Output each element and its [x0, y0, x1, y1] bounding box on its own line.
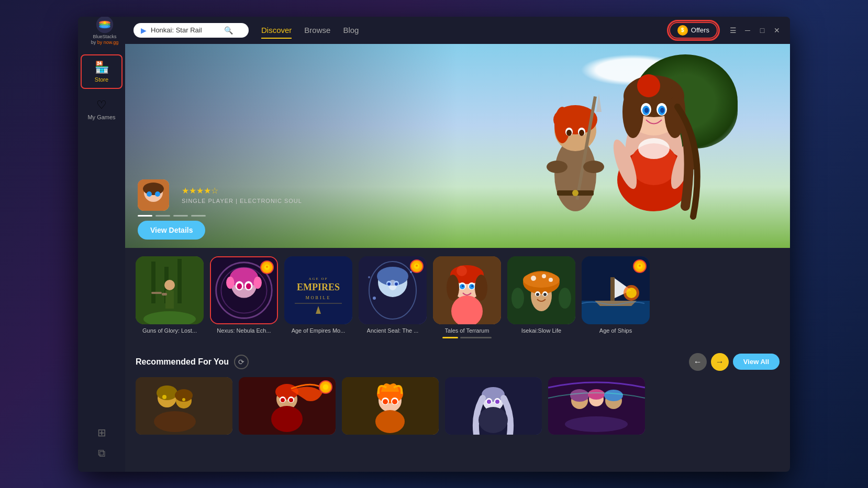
- svg-point-128: [162, 395, 166, 399]
- rec-game-card-2[interactable]: [239, 377, 336, 435]
- layers-icon[interactable]: ⊞: [97, 426, 106, 439]
- age-of-ships-badge: [633, 259, 647, 273]
- title-bar-right: $ Offers ☰ ─ □ ✕: [669, 22, 782, 39]
- next-arrow-button[interactable]: →: [711, 353, 729, 371]
- svg-point-7: [103, 21, 106, 24]
- svg-point-161: [604, 390, 623, 401]
- game-card-nexus[interactable]: Nexus: Nebula Ech...: [210, 256, 278, 338]
- section-title: Recommended For You: [136, 357, 229, 367]
- svg-point-35: [547, 161, 567, 173]
- search-icon[interactable]: 🔍: [224, 26, 233, 35]
- game-card-age-of-ships[interactable]: Age of Ships: [582, 256, 650, 338]
- hero-dot-3[interactable]: [173, 215, 188, 217]
- svg-point-42: [147, 191, 152, 197]
- tab-blog[interactable]: Blog: [343, 24, 359, 37]
- hero-dot-4[interactable]: [191, 215, 206, 217]
- svg-point-153: [495, 400, 499, 404]
- rec-game-card-5[interactable]: [548, 377, 645, 435]
- svg-point-15: [637, 74, 660, 97]
- sidebar-item-store-label: Store: [95, 76, 108, 83]
- svg-point-104: [531, 276, 536, 281]
- sidebar-item-my-games-label: My Games: [87, 114, 115, 120]
- nav-tabs: Discover Browse Blog: [261, 24, 669, 37]
- app-window: BlueStacks by by now.gg ▶ 🔍 Discover Bro…: [78, 17, 790, 472]
- hero-content: ★★★★☆ SINGLE PLAYER | ELECTRONIC SOUL: [138, 179, 302, 217]
- svg-point-145: [392, 399, 397, 404]
- svg-point-90: [457, 266, 467, 276]
- minimize-button[interactable]: ─: [743, 26, 752, 35]
- hero-game-thumbnail: [138, 179, 169, 211]
- heart-icon: ♡: [96, 98, 107, 112]
- view-all-button[interactable]: View All: [733, 354, 780, 370]
- svg-point-36: [583, 161, 604, 173]
- game-name-nexus: Nexus: Nebula Ech...: [217, 327, 271, 334]
- svg-point-152: [487, 400, 491, 404]
- svg-point-109: [536, 293, 539, 296]
- svg-point-103: [523, 272, 560, 288]
- svg-point-157: [570, 389, 589, 402]
- tab-browse[interactable]: Browse: [304, 24, 330, 37]
- svg-point-24: [638, 138, 670, 159]
- svg-point-105: [542, 274, 546, 278]
- logo-area: BlueStacks by by now.gg: [86, 17, 123, 46]
- game-thumb-age-of-empires: AGE OF EMPIRES MOBILE: [284, 256, 352, 324]
- logo-text: BlueStacks by by now.gg: [91, 34, 119, 46]
- svg-point-110: [543, 293, 547, 296]
- svg-point-61: [237, 283, 242, 289]
- search-bar[interactable]: ▶ 🔍: [133, 23, 249, 38]
- svg-point-38: [572, 190, 578, 196]
- sidebar-item-my-games[interactable]: ♡ My Games: [81, 93, 123, 126]
- view-details-button[interactable]: View Details: [138, 221, 205, 240]
- search-input[interactable]: [151, 26, 224, 34]
- sidebar-bottom: ⊞ ⧉: [97, 426, 106, 472]
- hero-tags: SINGLE PLAYER | ELECTRONIC SOUL: [182, 198, 302, 204]
- active-indicator: [433, 337, 501, 338]
- svg-point-21: [660, 108, 664, 113]
- sidebar-item-store[interactable]: 🏪 Store: [81, 54, 123, 89]
- game-card-tales-terrarum[interactable]: Tales of Terrarum: [433, 256, 501, 338]
- hero-dot-2[interactable]: [155, 215, 170, 217]
- svg-point-138: [323, 384, 328, 390]
- rec-game-card-1[interactable]: [136, 377, 232, 435]
- menu-button[interactable]: ☰: [728, 26, 738, 35]
- svg-point-137: [271, 406, 303, 432]
- offers-button[interactable]: $ Offers: [669, 22, 718, 39]
- svg-text:EMPIRES: EMPIRES: [297, 282, 340, 292]
- refresh-button[interactable]: ⟳: [234, 355, 249, 369]
- svg-point-82: [373, 297, 376, 300]
- games-row: Guns of Glory: Lost...: [136, 256, 780, 338]
- play-icon: ▶: [141, 26, 147, 35]
- active-bar-1: [442, 337, 458, 338]
- rec-game-card-4[interactable]: [445, 377, 542, 435]
- game-card-age-of-empires[interactable]: AGE OF EMPIRES MOBILE Age of Empires Mo.…: [284, 256, 352, 338]
- tab-discover[interactable]: Discover: [261, 24, 292, 37]
- game-card-isekai[interactable]: Isekai:Slow Life: [507, 256, 575, 338]
- game-card-ancient-seal[interactable]: Ancient Seal: The ...: [359, 256, 427, 338]
- hero-banner: ★★★★☆ SINGLE PLAYER | ELECTRONIC SOUL Vi…: [125, 44, 790, 248]
- game-name-ancient-seal: Ancient Seal: The ...: [367, 327, 419, 334]
- svg-point-119: [626, 288, 637, 298]
- svg-point-121: [639, 265, 641, 267]
- game-card-guns-of-glory[interactable]: Guns of Glory: Lost...: [136, 256, 204, 338]
- maximize-button[interactable]: □: [758, 26, 767, 35]
- svg-rect-50: [162, 293, 167, 296]
- svg-point-81: [395, 282, 398, 286]
- copy-icon[interactable]: ⧉: [98, 447, 105, 459]
- rec-game-card-3[interactable]: [342, 377, 439, 435]
- prev-arrow-button[interactable]: ←: [689, 353, 707, 371]
- svg-text:AGE OF: AGE OF: [308, 277, 328, 281]
- svg-point-48: [164, 280, 175, 290]
- svg-point-20: [644, 108, 649, 113]
- close-button[interactable]: ✕: [772, 26, 782, 35]
- main-content: 🏪 Store ♡ My Games ⊞ ⧉: [78, 44, 790, 472]
- svg-rect-47: [177, 259, 182, 303]
- game-name-age-of-ships: Age of Ships: [599, 327, 632, 334]
- sidebar: 🏪 Store ♡ My Games ⊞ ⧉: [78, 44, 125, 472]
- svg-point-124: [157, 385, 177, 400]
- svg-point-80: [387, 282, 391, 286]
- svg-point-32: [579, 130, 584, 136]
- svg-point-57: [226, 276, 235, 288]
- hero-dot-1[interactable]: [138, 215, 152, 217]
- section-header: Recommended For You ⟳ ← → View All: [136, 353, 780, 371]
- game-name-guns-of-glory: Guns of Glory: Lost...: [142, 327, 197, 334]
